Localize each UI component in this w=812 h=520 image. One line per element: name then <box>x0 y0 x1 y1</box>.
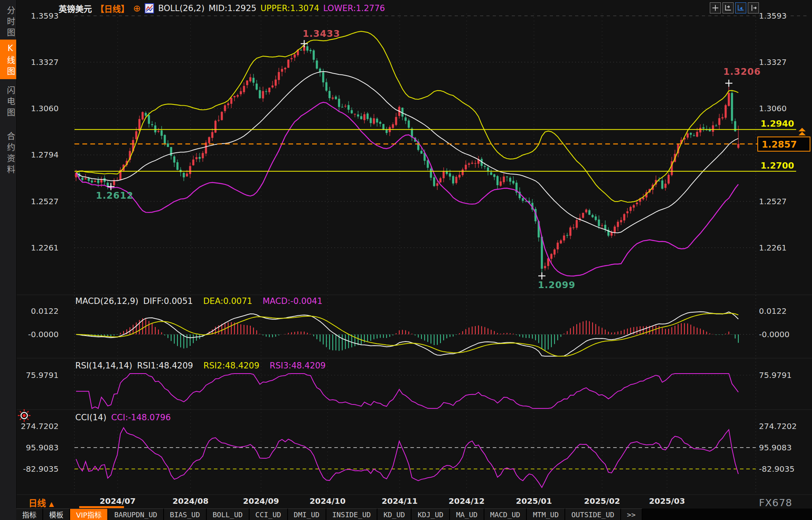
macd-dea-value: DEA:0.0071 <box>203 296 252 306</box>
axis-shift-icon[interactable] <box>748 2 759 13</box>
time-axis-label: 2024/09 <box>243 496 279 506</box>
tab-outside-ud[interactable]: OUTSIDE_UD <box>565 509 621 520</box>
cci-tick-left: 274.7202 <box>0 422 59 431</box>
tab-barupdn-ud[interactable]: BARUPDN_UD <box>108 509 164 520</box>
price-tick-left: 1.3593 <box>0 11 59 20</box>
chart-header: 英镑美元 【日线】 ⊕ BOLL(26,2) MID:1.2925 UPPER:… <box>59 2 385 14</box>
chart-toolbar <box>710 2 759 13</box>
rsi-panel-header: RSI(14,14,14) RSI1:48.4209 RSI2:48.4209 … <box>75 361 326 370</box>
macd-tick-right: 0.0122 <box>759 307 811 315</box>
time-axis-label: 2024/08 <box>173 496 209 506</box>
chart-canvas[interactable] <box>0 0 812 509</box>
axis-fit-icon[interactable] <box>722 2 734 13</box>
cci-value: CCI:-148.0796 <box>111 413 171 422</box>
boll-label: BOLL(26,2) <box>158 4 204 13</box>
tab--[interactable]: >> <box>621 509 642 520</box>
rsi-tick-right: 75.9791 <box>759 371 811 380</box>
tab-指标[interactable]: 指标 <box>16 509 43 520</box>
tab-boll-ud[interactable]: BOLL_UD <box>207 509 250 520</box>
time-axis-label: 2025/03 <box>649 496 685 506</box>
scrollbar-thumb[interactable] <box>79 506 124 508</box>
time-axis-label: 2024/07 <box>100 496 136 506</box>
cci-tick-right: 95.9083 <box>759 443 811 452</box>
time-axis-label: 2024/12 <box>449 496 485 506</box>
tab-mtm-ud[interactable]: MTM_UD <box>527 509 565 520</box>
rsi-tick-left: 75.9791 <box>0 371 59 380</box>
cci-tick-right: 274.7202 <box>759 422 811 431</box>
rsi2-value: RSI2:48.4209 <box>203 361 259 370</box>
price-tick-left: 1.2527 <box>0 197 59 206</box>
macd-tick-right: -0.0000 <box>759 330 811 339</box>
macd-tick-left: -0.0000 <box>0 330 59 339</box>
macd-panel-header: MACD(26,12,9) DIFF:0.0051 DEA:0.0071 MAC… <box>75 296 322 306</box>
price-tick-right: 1.3327 <box>759 58 811 66</box>
rsi3-value: RSI3:48.4209 <box>270 361 326 370</box>
rsi1-value: RSI1:48.4209 <box>137 361 193 370</box>
price-tick-right: 1.2261 <box>759 243 811 252</box>
macd-title: MACD(26,12,9) <box>75 296 139 306</box>
extreme-label-low: 1.2612 <box>96 190 133 201</box>
macd-tick-left: 0.0122 <box>0 307 59 315</box>
extreme-label-high: 1.3206 <box>723 66 761 77</box>
tab-bias-ud[interactable]: BIAS_UD <box>164 509 207 520</box>
price-tick-left: 1.3327 <box>0 58 59 66</box>
cci-tick-right: -82.9035 <box>759 465 811 473</box>
price-tick-right: 1.3593 <box>759 11 811 20</box>
current-price-box: 1.2857 <box>757 137 810 152</box>
boll-lower-value: LOWER:1.2776 <box>323 4 385 13</box>
symbol-name: 英镑美元 <box>59 2 92 14</box>
tab-macd-ud[interactable]: MACD_UD <box>484 509 527 520</box>
boll-upper-value: UPPER:1.3074 <box>260 4 319 13</box>
tab-dmi-ud[interactable]: DMI_UD <box>288 509 326 520</box>
trading-app: 分时图K线图闪电图合约资料 英镑美元 【日线】 ⊕ BOLL(26,2) MID… <box>0 0 812 520</box>
sidebar: 分时图K线图闪电图合约资料 <box>0 0 17 520</box>
tab-kd-ud[interactable]: KD_UD <box>377 509 412 520</box>
period-selector[interactable]: 日线 ▲ <box>29 496 54 509</box>
time-axis-label: 2025/01 <box>516 496 552 506</box>
price-tick-left: 1.2794 <box>0 150 59 159</box>
period-label: 日线 <box>29 498 46 508</box>
tab-ma-ud[interactable]: MA_UD <box>450 509 484 520</box>
sidebar-item-3[interactable]: 闪电图 <box>0 82 16 120</box>
expand-icon[interactable]: ⊕ <box>133 3 141 13</box>
cci-panel-header: CCI(14) CCI:-148.0796 <box>75 413 171 422</box>
time-axis-label: 2025/02 <box>584 496 620 506</box>
macd-value: MACD:-0.0041 <box>263 296 322 306</box>
period-arrow-icon: ▲ <box>49 500 54 508</box>
sidebar-item-1[interactable]: 分时图 <box>0 3 16 40</box>
tab-kdj-ud[interactable]: KDJ_UD <box>412 509 450 520</box>
price-tick-left: 1.2261 <box>0 243 59 252</box>
indicator-tab-bar: 指标模板VIP指标BARUPDN_UDBIAS_UDBOLL_UDCCI_UDD… <box>16 509 812 520</box>
axis-scale-icon[interactable] <box>735 2 746 13</box>
tab-inside-ud[interactable]: INSIDE_UD <box>326 509 378 520</box>
price-tick-left: 1.3060 <box>0 104 59 113</box>
boll-mid-value: MID:1.2925 <box>208 4 256 13</box>
macd-diff-value: DIFF:0.0051 <box>143 296 193 306</box>
price-tick-right: 1.2527 <box>759 197 811 206</box>
price-level-label: 1.2700 <box>761 161 794 171</box>
tab-vip指标[interactable]: VIP指标 <box>70 509 108 520</box>
price-marker-arrow-icon <box>799 132 806 135</box>
period-tag[interactable]: 【日线】 <box>96 2 129 14</box>
extreme-label-low: 1.2099 <box>538 280 576 290</box>
tab-模板[interactable]: 模板 <box>43 509 70 520</box>
rsi-title: RSI(14,14,14) <box>75 361 132 370</box>
watermark: FX678 <box>759 497 792 509</box>
price-tick-right: 1.3060 <box>759 104 811 113</box>
cci-tick-left: -82.9035 <box>0 465 59 473</box>
time-axis-label: 2024/10 <box>310 496 346 506</box>
cci-title: CCI(14) <box>75 413 107 422</box>
price-marker-arrow-icon <box>799 128 806 131</box>
layout-grid-icon[interactable] <box>710 2 721 13</box>
time-axis-label: 2024/11 <box>382 496 418 506</box>
price-level-label: 1.2940 <box>761 119 794 129</box>
tab-cci-ud[interactable]: CCI_UD <box>250 509 288 520</box>
indicator-chart-icon[interactable] <box>145 3 154 13</box>
cci-tick-left: 95.9083 <box>0 443 59 452</box>
extreme-label-high: 1.3433 <box>303 28 340 39</box>
